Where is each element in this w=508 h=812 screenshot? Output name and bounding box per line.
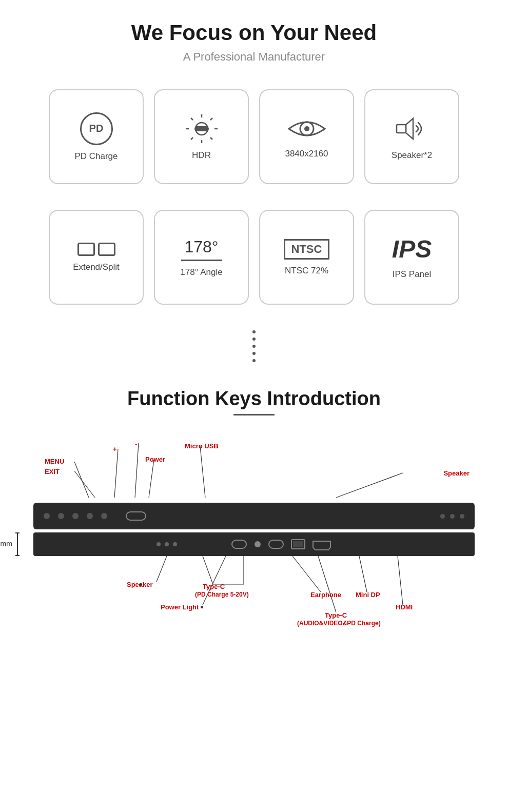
svg-line-19 <box>200 446 205 498</box>
dot-2 <box>252 338 256 341</box>
dot-right-2 <box>450 514 455 519</box>
feature-angle: 178° 178° Angle <box>154 210 249 305</box>
btn-home <box>126 511 146 521</box>
dot-right-1 <box>440 514 445 519</box>
plus-label: + <box>113 445 117 453</box>
feature-ntsc: NTSC NTSC 72% <box>259 210 354 305</box>
feature-resolution: 3840x2160 <box>259 89 354 184</box>
feature-grid-row2: Extend/Split 178° 178° Angle NTSC NTSC 7… <box>0 194 508 315</box>
dot-5 <box>252 359 256 362</box>
svg-line-26 <box>157 556 167 582</box>
minus-label: - <box>135 440 137 448</box>
split-icon <box>77 243 115 256</box>
svg-line-3 <box>210 137 212 140</box>
eye-icon <box>286 114 327 143</box>
device-dots-right <box>440 514 464 519</box>
dot-4 <box>252 352 256 355</box>
angle-icon: 178° <box>181 237 222 261</box>
measurement-11mm: 11mm <box>0 540 12 548</box>
svg-line-20 <box>336 473 403 498</box>
btn-dot-5 <box>101 513 107 519</box>
feature-hdr: HDR <box>154 89 249 184</box>
title-underline <box>233 414 275 415</box>
ntsc-label: NTSC 72% <box>285 266 328 276</box>
svg-line-18 <box>149 460 154 498</box>
pd-charge-icon: PD <box>80 112 113 145</box>
btn-dot-2 <box>58 513 64 519</box>
earphone-label: Earphone <box>310 591 341 599</box>
dots-separator <box>0 315 508 378</box>
svg-rect-10 <box>198 127 205 130</box>
mini-dp-label: Mini DP <box>356 591 380 599</box>
feature-grid-row1: PD PD Charge HDR <box>0 74 508 194</box>
btn-dot-1 <box>44 513 50 519</box>
type-c-av-sub: (AUDIO&VIDEO&PD Charge) <box>297 620 381 627</box>
svg-line-14 <box>74 462 89 498</box>
btn-dot-3 <box>72 513 79 519</box>
type-c-av-label: Type-C <box>325 611 347 619</box>
svg-line-15 <box>74 471 95 498</box>
feature-pd-charge: PD PD Charge <box>49 89 144 184</box>
power-light-label: Power Light <box>161 603 199 611</box>
dot-right-3 <box>460 514 464 519</box>
ntsc-icon: NTSC <box>284 239 330 260</box>
type-c-pd-label: Type-C <box>203 583 225 590</box>
hdr-icon <box>181 113 222 144</box>
hdmi-label: HDMI <box>396 603 413 611</box>
speaker-label: Speaker*2 <box>392 150 432 161</box>
svg-line-5 <box>191 137 193 140</box>
feature-ips: IPS IPS Panel <box>364 210 459 305</box>
svg-rect-21 <box>232 540 246 548</box>
angle-label: 178° Angle <box>180 267 222 278</box>
side-device-bar <box>33 532 475 556</box>
svg-rect-25 <box>293 541 303 547</box>
svg-line-16 <box>114 449 118 498</box>
svg-rect-13 <box>397 125 406 133</box>
micro-usb-label: Micro USB <box>185 442 219 450</box>
svg-line-31 <box>292 556 321 592</box>
svg-point-22 <box>255 541 261 547</box>
hdr-label: HDR <box>192 150 211 161</box>
function-section: Function Keys Introduction <box>0 378 508 415</box>
page-title: We Focus on Your Need <box>10 21 498 45</box>
exit-label: EXIT <box>45 468 60 476</box>
svg-line-17 <box>135 443 139 498</box>
device-buttons-left <box>44 511 146 521</box>
power-label: Power <box>145 455 165 463</box>
angle-value: 178° <box>184 237 218 256</box>
ips-icon: IPS <box>392 235 432 263</box>
svg-line-32 <box>318 556 336 612</box>
speaker-icon <box>394 113 431 144</box>
pd-charge-label: PD Charge <box>74 151 118 162</box>
dot-1 <box>252 330 256 333</box>
resolution-label: 3840x2160 <box>285 149 328 159</box>
svg-line-1 <box>210 118 212 120</box>
svg-line-7 <box>191 118 193 120</box>
page-subtitle: A Professional Manufacturer <box>10 50 498 64</box>
dot-3 <box>252 345 256 348</box>
feature-extend-split: Extend/Split <box>49 210 144 305</box>
function-title: Function Keys Introduction <box>21 388 487 410</box>
svg-line-33 <box>359 556 367 592</box>
feature-speaker: Speaker*2 <box>364 89 459 184</box>
extend-split-label: Extend/Split <box>73 262 120 272</box>
svg-line-27 <box>203 556 213 584</box>
header-section: We Focus on Your Need A Professional Man… <box>0 0 508 74</box>
menu-label: MENU <box>45 458 64 465</box>
svg-line-34 <box>398 556 403 605</box>
top-speaker-label: Speaker <box>443 469 470 477</box>
ips-label: IPS Panel <box>393 269 432 280</box>
svg-point-12 <box>304 126 309 131</box>
svg-rect-23 <box>269 540 283 548</box>
btn-dot-4 <box>87 513 93 519</box>
top-device-bar <box>33 503 475 529</box>
type-c-pd-sub: (PD Charge 5-20V) <box>195 591 249 598</box>
